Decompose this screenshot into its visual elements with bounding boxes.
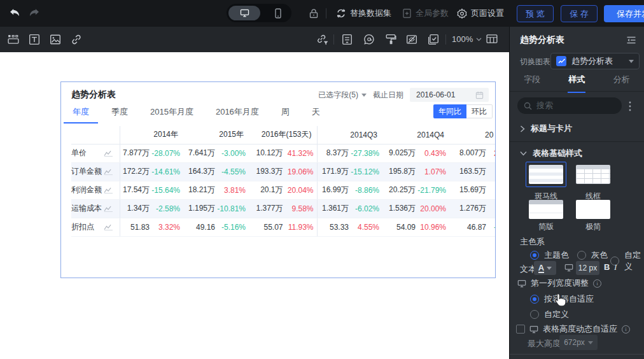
table-cell: 55.0711.93% [249,218,317,236]
tab-week[interactable]: 周 [281,105,290,122]
trend-line-icon [104,223,113,230]
monitor-icon [564,264,573,272]
mobile-mode-button[interactable] [275,8,281,18]
tab-day[interactable]: 天 [312,105,320,122]
gear-icon [457,8,467,18]
tab-analysis[interactable]: 分析 [599,74,644,91]
save-button[interactable]: 保 存 [561,5,598,22]
table-cell: 18.21万3.81% [183,181,249,199]
device-toggle[interactable] [227,4,291,22]
table-height-auto-label: 表格高度动态自适应 [543,323,617,335]
zoom-control[interactable]: 100% [452,34,482,44]
trend-table-wrap: 2014年2015年2016年(153天)2014Q32014Q420单价7.8… [71,126,496,237]
style-thumb-simple[interactable] [529,200,563,219]
cell-percent: 3.81% [215,186,246,195]
table-cell: 8.37万-27.38% [317,144,382,162]
table-row: 折扣点51.833.32%49.16-5.16%55.0711.93%53.33… [71,218,496,236]
cell-value: 20.1万 [260,185,283,195]
collapse-panel-icon[interactable] [626,36,636,45]
save-publish-button[interactable]: 保存并发 [604,5,644,22]
column-header: 2014年 [120,126,183,144]
cell-value: 193.3万 [256,166,283,177]
design-canvas[interactable]: 趋势分析表 已选字段(5) 截止日期 2016-06-01 年度 季度 2015… [0,52,509,359]
row-label-cell: 运输成本 [71,199,120,218]
format-brush-icon[interactable] [385,34,396,45]
table-row: 利润金额17.54万-15.64%18.21万3.81%20.1万20.04%1… [71,181,496,199]
cell-value: 1.377万 [256,203,283,214]
search-input[interactable]: 搜索 [517,97,622,114]
table-cell: 20.1万20.04% [249,181,317,199]
cell-percent: -6.02% [349,204,379,213]
page-settings-button[interactable]: 页面设置 [457,0,504,27]
linkage-filter-icon[interactable] [316,34,328,45]
first-col-width-setting: 第一列宽度调整 i [517,278,601,289]
color-option-gray[interactable]: 灰色 [577,250,608,261]
tab-2015-month[interactable]: 2015年月度 [150,105,193,122]
global-params-button[interactable]: 全局参数 [402,0,449,27]
lock-icon[interactable] [309,8,319,18]
font-color-button[interactable]: A [534,261,556,275]
link-tool-icon[interactable] [71,34,82,45]
width-option-custom[interactable]: 自定义 [530,309,569,320]
trend-line-icon [104,187,113,194]
column-header: 2014Q4 [382,126,449,144]
table-cell: 20.25万-21.79% [382,181,449,199]
monitor-icon [529,325,538,334]
undo-icon[interactable] [9,8,21,18]
image-tool-icon[interactable] [50,34,61,45]
color-option-theme[interactable]: 主题色 [530,250,569,261]
style-thumb-frame[interactable] [576,165,610,184]
tab-fields[interactable]: 字段 [510,74,554,91]
text-tool-icon[interactable] [29,34,40,45]
date-picker[interactable]: 2016-06-01 [410,88,489,102]
style-thumb-zebra[interactable] [529,165,563,184]
tab-style[interactable]: 样式 [554,74,599,91]
more-options-icon[interactable] [629,101,631,111]
yoy-button[interactable]: 年同比 [433,104,466,118]
cell-percent: 19.06% [283,167,314,176]
trend-table-card[interactable]: 趋势分析表 已选字段(5) 截止日期 2016-06-01 年度 季度 2015… [60,81,496,278]
caret-down-icon [629,60,634,63]
italic-button[interactable]: I [614,262,617,272]
font-size-field[interactable]: 12 px [576,261,599,275]
table-cell: 54.0910.96% [382,218,449,236]
checkbox-unchecked-icon[interactable] [516,325,525,334]
table-cell: 1.361万-6.02% [317,199,382,218]
preview-button[interactable]: 预 览 [517,5,554,22]
replace-dataset-button[interactable]: 替换数据集 [336,0,391,27]
tab-year[interactable]: 年度 [73,105,89,122]
cell-value: 7.641万 [188,148,215,158]
cell-percent: -28.07% [150,149,180,158]
selected-fields-dropdown[interactable]: 已选字段(5) [318,90,367,101]
switch-chart-label: 切换图表 [520,57,550,67]
table-cell: 7.877万-28.07% [120,144,183,162]
table-cell: 49.16-5.16% [183,218,249,236]
table-row: 运输成本1.34万-2.58%1.195万-10.81%1.377万9.58%1… [71,199,496,218]
add-component-icon[interactable] [8,34,19,45]
cell-value: 46.87 [449,223,486,232]
hide-component-icon[interactable] [406,34,417,45]
cell-value: 195.8万 [389,166,416,177]
bold-button[interactable]: B [604,262,610,272]
max-height-dropdown[interactable]: 672px [559,335,598,350]
batch-select-icon[interactable] [428,34,439,45]
row-label: 订单金额 [71,166,102,177]
mom-button[interactable]: 环比 [466,104,493,118]
table-cell: 16.99万-8.86% [317,181,382,199]
chart-type-dropdown[interactable]: 趋势分析表 [550,53,640,69]
column-header: 2016年(153天) [249,126,317,144]
comment-mention-icon[interactable] [363,34,375,45]
section-title-card[interactable]: 标题与卡片 [520,123,572,134]
redo-icon[interactable] [28,8,40,18]
style-thumb-minimal[interactable] [576,200,610,219]
cell-percent: 20.04% [283,186,314,195]
table-view-icon[interactable] [486,34,498,44]
table-cell: 7.641万-3.00% [183,144,249,162]
section-table-style[interactable]: 表格基础样式 [520,148,582,159]
cell-percent: 20.00% [416,204,446,213]
row-label-cell: 折扣点 [71,218,120,236]
tab-2016-month[interactable]: 2016年月度 [216,105,259,122]
desktop-mode-button[interactable] [228,6,260,20]
card-panel-icon[interactable] [342,34,353,45]
tab-quarter[interactable]: 季度 [111,105,128,122]
